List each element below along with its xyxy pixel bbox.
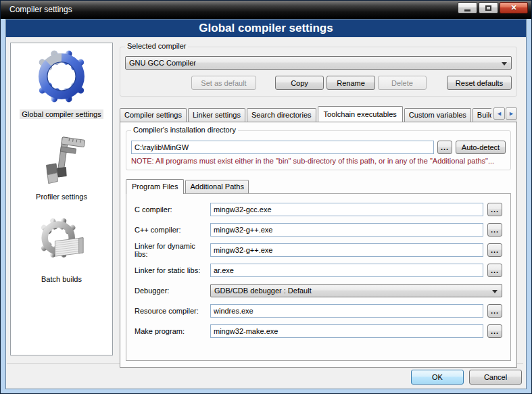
- tab-compiler-settings[interactable]: Compiler settings: [120, 108, 187, 122]
- sidebar-item-batch-builds[interactable]: Batch builds: [34, 216, 89, 284]
- field-label: Linker for static libs:: [135, 266, 210, 274]
- compiler-select[interactable]: GNU GCC Compiler: [125, 56, 512, 70]
- installation-directory-group-label: Compiler's installation directory: [131, 126, 238, 134]
- delete-button[interactable]: Delete: [378, 76, 427, 90]
- arrow-left-icon: ◄: [496, 110, 502, 117]
- tab-additional-paths[interactable]: Additional Paths: [185, 180, 249, 193]
- blue-gear-icon: [32, 47, 91, 105]
- copy-button[interactable]: Copy: [275, 76, 324, 90]
- restore-icon: [485, 5, 491, 11]
- selected-compiler-group: Selected compiler GNU GCC Compiler Set a…: [120, 47, 517, 97]
- tab-custom-variables[interactable]: Custom variables: [404, 108, 471, 122]
- dynamic-linker-browse-button[interactable]: ...: [487, 243, 502, 257]
- minimize-icon: [464, 9, 470, 11]
- debugger-select-value: GDB/CDB debugger : Default: [214, 287, 312, 295]
- page-title: Global compiler settings: [6, 20, 526, 37]
- sidebar-item-label: Global compiler settings: [20, 109, 103, 119]
- rename-button[interactable]: Rename: [327, 76, 375, 90]
- form-row-dynamic-linker: Linker for dynamic libs: ...: [135, 243, 502, 257]
- installation-directory-input[interactable]: [131, 141, 434, 154]
- sidebar-item-profiler-settings[interactable]: Profiler settings: [34, 134, 89, 201]
- installation-note: NOTE: All programs must exist either in …: [131, 157, 506, 165]
- make-program-browse-button[interactable]: ...: [487, 324, 502, 338]
- tab-toolchain-executables[interactable]: Toolchain executables: [318, 106, 403, 122]
- cpp-compiler-input[interactable]: [210, 223, 483, 237]
- arrow-right-icon: ►: [508, 110, 514, 117]
- compiler-select-value: GNU GCC Compiler: [129, 59, 196, 67]
- sidebar-item-label: Batch builds: [39, 274, 84, 284]
- field-label: C compiler:: [135, 205, 210, 214]
- ok-button[interactable]: OK: [411, 370, 464, 385]
- installation-directory-browse-button[interactable]: ...: [437, 141, 452, 154]
- close-icon: ✕: [510, 3, 516, 12]
- field-label: Make program:: [135, 327, 210, 335]
- minimize-button[interactable]: [458, 2, 477, 14]
- tab-linker-settings[interactable]: Linker settings: [188, 108, 245, 122]
- make-program-input[interactable]: [210, 324, 483, 338]
- c-compiler-input[interactable]: [210, 203, 483, 216]
- static-linker-input[interactable]: [210, 264, 483, 277]
- caliper-icon: [34, 134, 89, 188]
- title-bar[interactable]: Compiler settings ✕: [1, 1, 531, 19]
- field-label: Debugger:: [135, 287, 210, 295]
- form-row-resource-compiler: Resource compiler: ...: [135, 303, 502, 318]
- reset-defaults-button[interactable]: Reset defaults: [447, 76, 512, 90]
- field-label: Linker for dynamic libs:: [135, 242, 210, 258]
- gray-gear-stack-icon: [34, 216, 89, 270]
- set-as-default-button[interactable]: Set as default: [191, 76, 256, 90]
- field-label: Resource compiler:: [135, 307, 210, 315]
- tab-search-directories[interactable]: Search directories: [247, 108, 316, 122]
- sidebar-item-label: Profiler settings: [34, 192, 89, 201]
- cpp-compiler-browse-button[interactable]: ...: [487, 223, 502, 237]
- installation-directory-group: Compiler's installation directory ... Au…: [126, 130, 511, 170]
- settings-tab-strip: Compiler settings Linker settings Search…: [120, 105, 517, 122]
- close-button[interactable]: ✕: [500, 2, 528, 14]
- selected-compiler-group-label: Selected compiler: [125, 42, 188, 50]
- toolchain-executables-panel: Compiler's installation directory ... Au…: [120, 122, 517, 368]
- autodetect-button[interactable]: Auto-detect: [456, 141, 506, 154]
- chevron-down-icon: [492, 290, 498, 293]
- dialog-client-area: Global compiler settings: [5, 19, 527, 389]
- tab-scroll-right-button[interactable]: ►: [506, 107, 517, 120]
- form-row-c-compiler: C compiler: ...: [135, 202, 502, 217]
- tab-scroll-left-button[interactable]: ◄: [493, 107, 505, 120]
- window-title: Compiler settings: [9, 1, 72, 18]
- resource-compiler-browse-button[interactable]: ...: [487, 304, 502, 318]
- dynamic-linker-input[interactable]: [210, 243, 483, 257]
- resource-compiler-input[interactable]: [210, 304, 483, 318]
- form-row-make-program: Make program: ...: [135, 324, 502, 339]
- c-compiler-browse-button[interactable]: ...: [487, 203, 502, 216]
- form-row-static-linker: Linker for static libs: ...: [135, 263, 502, 278]
- compiler-settings-window: Compiler settings ✕ Global compiler sett…: [0, 0, 532, 394]
- debugger-select[interactable]: GDB/CDB debugger : Default: [210, 284, 502, 297]
- sidebar-item-global-compiler-settings[interactable]: Global compiler settings: [20, 47, 103, 119]
- tab-scroll-controls: ◄ ►: [491, 107, 517, 120]
- form-row-cpp-compiler: C++ compiler: ...: [135, 222, 502, 237]
- restore-button[interactable]: [479, 2, 498, 14]
- program-files-tab-strip: Program Files Additional Paths: [126, 178, 511, 193]
- chevron-down-icon: [502, 62, 507, 66]
- program-files-panel: C compiler: ... C++ compiler: ...: [126, 193, 511, 361]
- static-linker-browse-button[interactable]: ...: [487, 264, 502, 277]
- form-row-debugger: Debugger: GDB/CDB debugger : Default: [135, 283, 502, 298]
- tab-program-files[interactable]: Program Files: [126, 179, 184, 194]
- field-label: C++ compiler:: [135, 226, 210, 234]
- cancel-button[interactable]: Cancel: [469, 370, 522, 385]
- settings-category-list: Global compiler settings: [10, 43, 113, 355]
